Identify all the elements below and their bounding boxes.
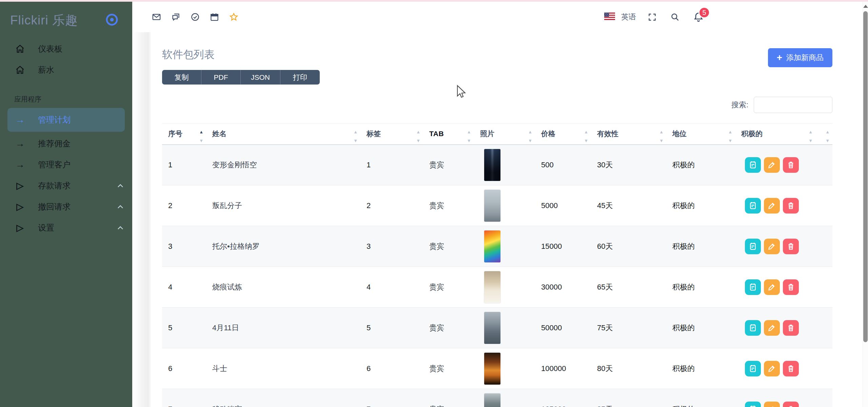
content-left-shadow (133, 32, 152, 407)
sidebar-item[interactable]: ▷撤回请求 (0, 196, 132, 217)
table-search-input[interactable] (754, 97, 832, 113)
cell-photo (474, 308, 535, 348)
mail-icon[interactable] (152, 13, 161, 22)
edit-button[interactable] (764, 320, 780, 336)
chevron-up-icon[interactable] (117, 226, 123, 230)
column-header[interactable]: 照片▲▼ (474, 124, 535, 145)
sidebar-item[interactable]: 薪水 (0, 59, 132, 80)
sort-asc-icon[interactable]: ▲ (353, 130, 358, 134)
sidebar-item[interactable]: ▷存款请求 (0, 175, 132, 196)
sort-desc-icon[interactable]: ▼ (353, 138, 358, 143)
sort-asc-icon[interactable]: ▲ (528, 130, 532, 134)
sort-desc-icon[interactable]: ▼ (467, 138, 471, 143)
sidebar-logo-row: Flickiri 乐趣 (0, 2, 132, 29)
edit-button[interactable] (764, 279, 780, 295)
scrollbar-thumb[interactable] (863, 11, 868, 342)
sort-desc-icon[interactable]: ▼ (659, 138, 664, 143)
sort-asc-icon[interactable]: ▲ (825, 130, 830, 134)
edit-button[interactable] (764, 198, 780, 214)
scrollbar-up-arrow[interactable] (863, 5, 868, 8)
sort-desc-icon[interactable]: ▼ (199, 138, 203, 143)
cell-actions (735, 185, 815, 226)
check-circle-icon[interactable] (191, 13, 200, 22)
column-header[interactable]: 积极的▲▼ (735, 124, 815, 145)
sort-desc-icon[interactable]: ▼ (528, 138, 532, 143)
delete-button[interactable] (783, 279, 799, 295)
cell-photo (474, 226, 535, 267)
sidebar-item[interactable]: →管理计划 (7, 108, 125, 132)
column-header[interactable]: TAB▲▼ (423, 124, 474, 145)
calendar-button[interactable] (745, 239, 761, 254)
sort-desc-icon[interactable]: ▼ (728, 138, 732, 143)
sidebar-item[interactable]: →管理客户 (0, 154, 132, 175)
sort-asc-icon[interactable]: ▲ (728, 130, 732, 134)
column-header[interactable]: 标签▲▼ (360, 124, 423, 145)
cell-tab: 贵宾 (423, 267, 474, 308)
column-header[interactable]: 价格▲▼ (535, 124, 591, 145)
delete-button[interactable] (783, 361, 799, 376)
table-row: 7移动迷宫7贵宾12500085天积极的 (162, 389, 832, 407)
column-header[interactable]: 地位▲▼ (666, 124, 735, 145)
language-selector[interactable]: 英语 (621, 12, 636, 22)
calendar-icon[interactable] (210, 13, 219, 22)
column-header-label: 序号 (168, 130, 182, 137)
notifications-bell[interactable]: 5 (693, 12, 704, 22)
fullscreen-icon[interactable] (648, 13, 657, 22)
sidebar-item[interactable]: 仪表板 (0, 38, 132, 59)
sidebar-item[interactable]: →推荐佣金 (0, 133, 132, 154)
sort-desc-icon[interactable]: ▼ (584, 138, 588, 143)
chevron-up-icon[interactable] (117, 184, 123, 188)
column-header[interactable]: 有效性▲▼ (591, 124, 666, 145)
sort-asc-icon[interactable]: ▲ (467, 130, 471, 134)
column-header-empty[interactable]: ▲▼ (815, 124, 832, 145)
edit-button[interactable] (764, 361, 780, 376)
column-header[interactable]: 序号▲▼ (162, 124, 206, 145)
cell-serial: 6 (162, 348, 206, 389)
calendar-button[interactable] (745, 361, 761, 376)
edit-button[interactable] (764, 402, 780, 407)
export-button[interactable]: JSON (241, 70, 280, 85)
cell-validity: 65天 (591, 267, 666, 308)
sort-desc-icon[interactable]: ▼ (825, 138, 830, 143)
sort-desc-icon[interactable]: ▼ (808, 138, 813, 143)
column-header[interactable]: 姓名▲▼ (206, 124, 360, 145)
sort-desc-icon[interactable]: ▼ (416, 138, 420, 143)
home-icon (14, 65, 26, 75)
cell-tab: 贵宾 (423, 348, 474, 389)
export-button[interactable]: 复制 (162, 70, 201, 85)
sort-asc-icon[interactable]: ▲ (416, 130, 420, 134)
us-flag-icon[interactable] (604, 13, 615, 21)
sidebar-item-label: 撤回请求 (38, 201, 71, 212)
delete-button[interactable] (783, 320, 799, 336)
delete-button[interactable] (783, 402, 799, 407)
cell-serial: 4 (162, 267, 206, 308)
delete-button[interactable] (783, 198, 799, 214)
cell-tab: 贵宾 (423, 308, 474, 348)
delete-button[interactable] (783, 239, 799, 254)
11th-april-poster (484, 312, 500, 344)
chat-icon[interactable] (171, 13, 180, 22)
sidebar-item[interactable]: ▷设置 (0, 217, 132, 238)
cell-price: 500 (535, 145, 591, 185)
edit-button[interactable] (764, 239, 780, 254)
delete-button[interactable] (783, 157, 799, 173)
chevron-up-icon[interactable] (117, 205, 123, 209)
record-circle-icon[interactable] (105, 13, 119, 28)
star-icon[interactable] (229, 13, 238, 22)
sort-asc-icon[interactable]: ▲ (199, 130, 203, 134)
calendar-button[interactable] (745, 320, 761, 336)
brand-logo[interactable]: Flickiri 乐趣 (10, 12, 78, 29)
sort-asc-icon[interactable]: ▲ (584, 130, 588, 134)
vertical-scrollbar[interactable] (863, 2, 868, 407)
calendar-button[interactable] (745, 157, 761, 173)
sort-asc-icon[interactable]: ▲ (659, 130, 664, 134)
calendar-button[interactable] (745, 198, 761, 214)
add-new-item-button[interactable]: + 添加新商品 (768, 48, 832, 67)
export-button[interactable]: 打印 (280, 70, 320, 85)
sort-asc-icon[interactable]: ▲ (808, 130, 813, 134)
calendar-button[interactable] (745, 402, 761, 407)
calendar-button[interactable] (745, 279, 761, 295)
edit-button[interactable] (764, 157, 780, 173)
export-button[interactable]: PDF (201, 70, 241, 85)
search-icon[interactable] (670, 13, 679, 22)
